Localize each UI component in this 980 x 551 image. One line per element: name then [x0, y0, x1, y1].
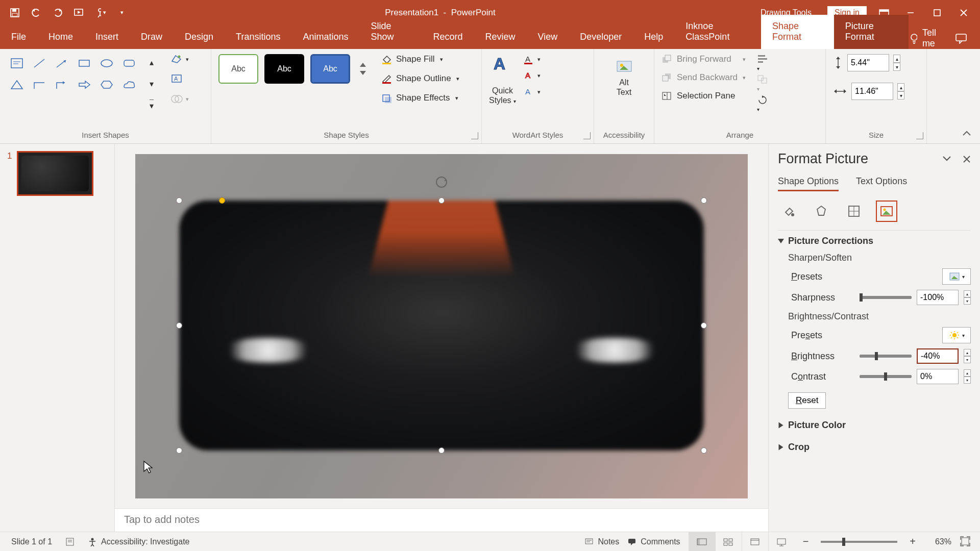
tab-classpoint[interactable]: Inknoe ClassPoint: [674, 15, 761, 49]
zoom-in-button[interactable]: +: [910, 536, 916, 547]
merge-shapes-dropdown[interactable]: ▾: [170, 94, 189, 104]
status-slide-count[interactable]: Slide 1 of 1: [11, 537, 52, 546]
tab-help[interactable]: Help: [633, 26, 674, 49]
pane-tab-text-options[interactable]: Text Options: [856, 176, 907, 191]
tab-design[interactable]: Design: [174, 26, 225, 49]
shapes-gallery[interactable]: [7, 54, 139, 94]
resize-handle-nw[interactable]: [176, 197, 182, 204]
qat-save-icon[interactable]: [9, 7, 20, 18]
align-dropdown[interactable]: ▾: [757, 54, 773, 66]
status-comments-button[interactable]: Comments: [627, 537, 680, 546]
text-fill-dropdown[interactable]: A▾: [523, 54, 541, 64]
qat-customize-dropdown-icon[interactable]: ▾: [116, 7, 128, 18]
rotate-handle[interactable]: [434, 175, 449, 189]
selected-picture-shape[interactable]: [179, 201, 704, 450]
tab-file[interactable]: File: [0, 26, 37, 49]
tab-insert[interactable]: Insert: [84, 26, 130, 49]
tab-draw[interactable]: Draw: [130, 26, 174, 49]
slide-thumbnail-panel[interactable]: 1: [0, 144, 115, 532]
send-backward-button[interactable]: Send Backward▾: [662, 72, 746, 83]
shape-triangle-icon[interactable]: [7, 76, 27, 94]
pane-cat-fill-icon[interactable]: [778, 201, 799, 222]
shape-connector-arrow-icon[interactable]: [52, 76, 71, 94]
view-reading-button[interactable]: [742, 532, 768, 552]
resize-handle-e[interactable]: [701, 322, 707, 329]
resize-handle-s[interactable]: [438, 447, 445, 454]
brightness-spin-down[interactable]: ▾: [964, 356, 971, 363]
shape-arrow-line-icon[interactable]: [52, 54, 71, 72]
collapse-ribbon-button[interactable]: [962, 130, 972, 137]
tab-shape-format[interactable]: Shape Format: [761, 15, 834, 49]
pane-cat-picture-icon[interactable]: [876, 201, 897, 222]
shape-style-preset-1[interactable]: Abc: [218, 54, 258, 84]
tab-record[interactable]: Record: [422, 26, 474, 49]
width-spin-up[interactable]: ▴: [897, 83, 904, 91]
pane-cat-effects-icon[interactable]: [811, 201, 832, 222]
notes-placeholder[interactable]: Tap to add notes: [115, 508, 768, 532]
shape-rounded-rect-icon[interactable]: [119, 54, 139, 72]
zoom-out-button[interactable]: −: [803, 536, 809, 547]
qat-redo-icon[interactable]: [52, 7, 63, 18]
qat-slideshow-from-start-icon[interactable]: [74, 7, 85, 18]
pane-close-button[interactable]: [963, 155, 971, 163]
sharpen-presets-dropdown[interactable]: ▾: [942, 268, 971, 285]
rotate-dropdown[interactable]: ▾: [757, 95, 773, 107]
draw-textbox-button[interactable]: A: [170, 73, 189, 85]
tab-view[interactable]: View: [527, 26, 569, 49]
pane-cat-size-icon[interactable]: [843, 201, 865, 222]
shape-height-input[interactable]: [847, 54, 889, 71]
shapes-more-icon[interactable]: ▾: [142, 97, 161, 113]
close-button[interactable]: [954, 4, 973, 22]
shape-styles-more-button[interactable]: [356, 54, 370, 84]
height-spin-up[interactable]: ▴: [893, 55, 900, 63]
group-dropdown[interactable]: ▾: [757, 74, 773, 87]
resize-handle-ne[interactable]: [701, 197, 707, 204]
view-sorter-button[interactable]: [715, 532, 742, 552]
sharpness-spin-up[interactable]: ▴: [964, 290, 971, 297]
contrast-input[interactable]: [917, 369, 959, 384]
text-effects-dropdown[interactable]: A▾: [523, 87, 541, 97]
shape-connector-elbow-icon[interactable]: [30, 76, 49, 94]
shape-arrow-right-icon[interactable]: [75, 76, 94, 94]
shape-hexagon-icon[interactable]: [97, 76, 116, 94]
resize-handle-sw[interactable]: [176, 447, 182, 454]
shape-rectangle-icon[interactable]: [75, 54, 94, 72]
contrast-spin-up[interactable]: ▴: [964, 369, 971, 377]
shape-width-input[interactable]: [851, 83, 893, 100]
shape-styles-launcher[interactable]: [471, 132, 478, 139]
contrast-spin-down[interactable]: ▾: [964, 377, 971, 384]
tab-review[interactable]: Review: [474, 26, 527, 49]
height-spin-down[interactable]: ▾: [893, 63, 900, 71]
section-picture-color[interactable]: Picture Color: [778, 420, 971, 431]
tab-transitions[interactable]: Transitions: [225, 26, 291, 49]
shape-style-preset-3[interactable]: Abc: [310, 54, 350, 84]
tell-me-search[interactable]: Tell me: [909, 28, 945, 49]
alt-text-button[interactable]: AltText: [609, 54, 640, 101]
shapes-scroll-down-icon[interactable]: ▾: [142, 76, 161, 92]
sharpness-slider[interactable]: [860, 296, 912, 299]
status-notes-button[interactable]: Notes: [584, 537, 619, 546]
bring-forward-button[interactable]: Bring Forward▾: [662, 54, 746, 64]
shape-style-preset-2[interactable]: Abc: [264, 54, 304, 84]
tab-home[interactable]: Home: [37, 26, 84, 49]
brightness-slider[interactable]: [860, 355, 912, 358]
shape-styles-gallery[interactable]: Abc Abc Abc: [218, 54, 370, 84]
shape-outline-dropdown[interactable]: Shape Outline▾: [381, 73, 459, 84]
qat-undo-icon[interactable]: [31, 7, 42, 18]
brightness-input[interactable]: [917, 348, 959, 364]
selection-pane-button[interactable]: Selection Pane: [662, 91, 746, 101]
reset-button[interactable]: Reset: [788, 392, 826, 409]
zoom-slider[interactable]: [821, 541, 897, 543]
contrast-slider[interactable]: [860, 375, 912, 378]
fit-to-window-button[interactable]: [960, 536, 972, 548]
view-slideshow-button[interactable]: [768, 532, 795, 552]
resize-handle-n[interactable]: [438, 197, 445, 204]
tab-animations[interactable]: Animations: [291, 26, 359, 49]
shape-cloud-icon[interactable]: [119, 76, 139, 94]
edit-shape-dropdown[interactable]: ▾: [170, 54, 189, 64]
zoom-percent[interactable]: 63%: [924, 537, 951, 546]
tab-slideshow[interactable]: Slide Show: [360, 15, 422, 49]
maximize-button[interactable]: [928, 4, 946, 22]
sharpness-spin-down[interactable]: ▾: [964, 297, 971, 305]
shapes-scroll-up-icon[interactable]: ▴: [142, 54, 161, 70]
